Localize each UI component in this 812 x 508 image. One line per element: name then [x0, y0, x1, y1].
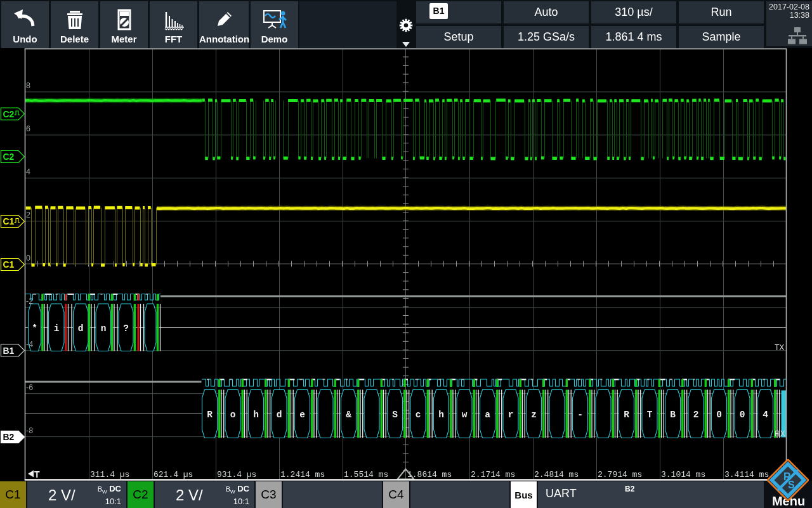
- svg-text:?: ?: [123, 323, 129, 334]
- svg-text:R: R: [624, 410, 629, 420]
- svg-text:c: c: [416, 410, 421, 420]
- svg-text:RX: RX: [775, 429, 785, 438]
- svg-text:e: e: [299, 410, 305, 420]
- svg-text:h: h: [253, 410, 259, 420]
- svg-text:z: z: [531, 410, 537, 420]
- svg-text:6: 6: [26, 124, 30, 133]
- svg-text:-4: -4: [26, 340, 33, 349]
- svg-text:8: 8: [26, 81, 30, 90]
- svg-text:d: d: [78, 323, 84, 334]
- svg-text:3.1014 ms: 3.1014 ms: [661, 470, 705, 479]
- svg-text:w: w: [462, 410, 468, 420]
- svg-text:C1: C1: [3, 259, 15, 270]
- svg-text:1.5514 ms: 1.5514 ms: [344, 470, 388, 479]
- svg-text:2.1714 ms: 2.1714 ms: [471, 470, 515, 479]
- svg-text:i: i: [54, 323, 60, 334]
- svg-text:3.4114 ms: 3.4114 ms: [724, 470, 769, 479]
- svg-text:-2: -2: [26, 297, 33, 306]
- svg-text:a: a: [485, 410, 490, 420]
- svg-text:0: 0: [716, 410, 722, 420]
- svg-text:4: 4: [763, 410, 768, 420]
- svg-text:TX: TX: [775, 343, 784, 352]
- svg-text:2: 2: [693, 410, 699, 420]
- svg-text:S: S: [392, 410, 398, 420]
- svg-text:o: o: [230, 410, 236, 420]
- svg-text:*: *: [32, 323, 37, 334]
- svg-text:0: 0: [740, 410, 745, 420]
- svg-text:2.4814 ms: 2.4814 ms: [534, 470, 579, 479]
- svg-text:S: S: [788, 479, 795, 490]
- svg-text:R: R: [207, 410, 213, 420]
- svg-text:1.2414 ms: 1.2414 ms: [280, 470, 325, 479]
- svg-text:-6: -6: [26, 383, 33, 392]
- svg-text:&: &: [346, 410, 351, 420]
- svg-text:C2: C2: [3, 152, 15, 162]
- svg-text:n: n: [101, 323, 107, 334]
- svg-text:B1: B1: [3, 346, 15, 356]
- svg-text:4: 4: [26, 167, 30, 176]
- svg-text:2: 2: [26, 211, 30, 219]
- svg-text:T: T: [34, 469, 40, 479]
- svg-text:T: T: [647, 410, 653, 420]
- svg-text:B: B: [670, 410, 676, 420]
- svg-text:-8: -8: [26, 426, 33, 435]
- svg-text:r: r: [508, 410, 514, 420]
- svg-text:B2: B2: [3, 432, 15, 442]
- svg-text:d: d: [277, 410, 282, 420]
- svg-text:0: 0: [26, 254, 30, 263]
- svg-text:h: h: [438, 410, 444, 420]
- svg-text:-: -: [577, 410, 583, 420]
- svg-text:C1: C1: [3, 216, 15, 226]
- svg-text:1.8614 ms: 1.8614 ms: [407, 470, 452, 479]
- svg-text:2.7914 ms: 2.7914 ms: [598, 470, 642, 479]
- svg-text:931.4 µs: 931.4 µs: [217, 470, 256, 479]
- svg-text:C2: C2: [3, 109, 15, 119]
- svg-text:311.4 µs: 311.4 µs: [90, 470, 129, 479]
- svg-text:621.4 µs: 621.4 µs: [154, 470, 193, 479]
